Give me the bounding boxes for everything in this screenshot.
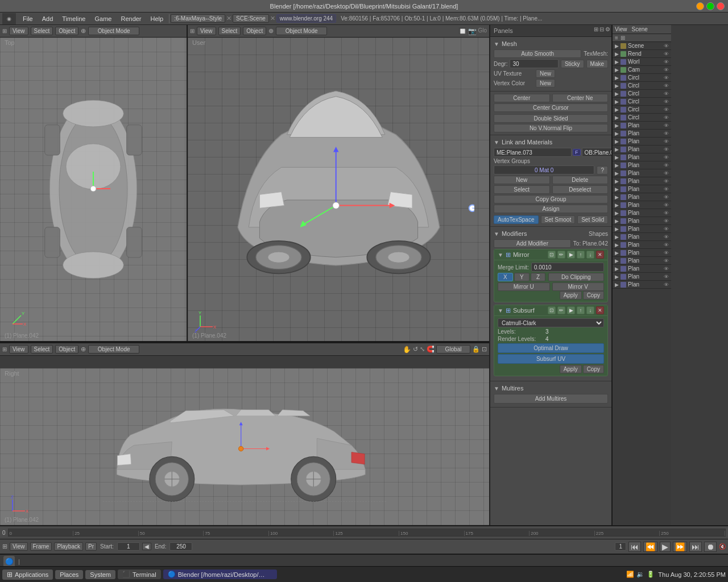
applications-menu[interactable]: ⊞ Applications — [2, 569, 53, 580]
audio-btn[interactable]: 🔇 — [719, 543, 726, 550]
item-vis-1[interactable]: 👁 — [664, 51, 669, 57]
item-vis-11[interactable]: 👁 — [664, 131, 669, 136]
scene-item-30[interactable]: ▶ Plan 👁 — [613, 281, 671, 289]
center-ne-btn[interactable]: Center Ne — [552, 94, 609, 102]
y-axis-btn[interactable]: Y — [514, 273, 530, 281]
right-object-btn[interactable]: Object — [55, 345, 78, 354]
mesh-section-title[interactable]: ▼ Mesh — [494, 39, 608, 49]
vertex-new-btn[interactable]: New — [536, 79, 555, 88]
mirror-expand-arrow[interactable]: ▼ — [498, 252, 503, 258]
pb-view-btn[interactable]: View — [10, 542, 28, 551]
top-viewport-grid[interactable] — [0, 38, 187, 341]
render-icon[interactable]: 🔲 — [458, 27, 467, 35]
sys-icon2[interactable]: 🔉 — [636, 571, 644, 578]
mirror-delete-icon[interactable]: ✕ — [596, 251, 604, 259]
scene-item-4[interactable]: ▶ Circl 👁 — [613, 74, 671, 82]
item-vis-29[interactable]: 👁 — [664, 274, 669, 280]
item-vis-22[interactable]: 👁 — [664, 218, 669, 224]
terminal-task[interactable]: ⬛ Terminal — [118, 569, 161, 579]
mirror-v-btn[interactable]: Mirror V — [552, 282, 605, 291]
item-vis-9[interactable]: 👁 — [664, 115, 669, 120]
subsurf-realtime-icon[interactable]: ▶ — [567, 306, 575, 314]
menu-help[interactable]: Help — [146, 14, 168, 23]
item-vis-18[interactable]: 👁 — [664, 186, 669, 192]
scene-item-19[interactable]: ▶ Plan 👁 — [613, 193, 671, 201]
start-input[interactable] — [117, 542, 140, 551]
mirror-edit-icon[interactable]: ✏ — [557, 251, 565, 259]
scene-item-27[interactable]: ▶ Plan 👁 — [613, 257, 671, 265]
me-plane-input[interactable] — [494, 148, 572, 157]
item-vis-15[interactable]: 👁 — [664, 163, 669, 168]
menu-render[interactable]: Render — [116, 14, 146, 23]
no-vnormal-btn[interactable]: No V.Normal Flip — [494, 124, 608, 132]
autotex-btn[interactable]: AutoTexSpace — [494, 215, 539, 224]
scene-item-12[interactable]: ▶ Plan 👁 — [613, 138, 671, 146]
user-object-btn[interactable]: Object — [243, 27, 266, 35]
maximize-btn[interactable] — [706, 2, 714, 10]
subsurf-edit-icon[interactable]: ✏ — [557, 306, 565, 314]
z-axis-btn[interactable]: Z — [531, 273, 546, 281]
sticky-btn[interactable]: Sticky — [561, 60, 584, 68]
mirror-realtime-icon[interactable]: ▶ — [567, 251, 575, 259]
scene-item-6[interactable]: ▶ Circl 👁 — [613, 90, 671, 98]
timeline-ruler[interactable]: 0 25 50 75 100 125 150 175 200 225 250 — [8, 529, 726, 537]
scene-preset-dropdown[interactable]: :6-MaxMaya--Style — [171, 14, 225, 23]
item-vis-10[interactable]: 👁 — [664, 123, 669, 128]
center-cursor-btn[interactable]: Center Cursor — [494, 103, 608, 112]
uv-new-btn[interactable]: New — [536, 69, 555, 78]
item-vis-8[interactable]: 👁 — [664, 107, 669, 113]
user-mode-dropdown[interactable]: Object Mode — [276, 27, 327, 35]
scene-item-16[interactable]: ▶ Plan 👁 — [613, 169, 671, 177]
play-btn[interactable]: ▶ — [660, 542, 671, 552]
modifiers-title[interactable]: ▼ Modifiers Shapes — [494, 229, 608, 239]
scene-item-13[interactable]: ▶ Plan 👁 — [613, 146, 671, 153]
prev-frame-btn[interactable]: ⏪ — [643, 542, 657, 552]
right-select-btn[interactable]: Select — [31, 345, 53, 354]
scale-icon[interactable]: ⤡ — [420, 346, 425, 353]
scene-item-26[interactable]: ▶ Plan 👁 — [613, 249, 671, 257]
right-view-btn[interactable]: View — [9, 345, 28, 354]
item-vis-7[interactable]: 👁 — [664, 99, 669, 105]
rotate-icon[interactable]: ↺ — [413, 346, 418, 353]
panel-icon2[interactable]: ⊟ — [599, 26, 604, 35]
scene-item-8[interactable]: ▶ Circl 👁 — [613, 106, 671, 114]
scene-item-9[interactable]: ▶ Circl 👁 — [613, 114, 671, 122]
right-mode-dropdown[interactable]: Object Mode — [88, 345, 139, 354]
ob-plane-input[interactable] — [582, 148, 612, 157]
assign-btn[interactable]: Assign — [494, 205, 608, 213]
set-solid-btn[interactable]: Set Solid — [577, 215, 608, 224]
item-vis-2[interactable]: 👁 — [664, 59, 669, 65]
scene-item-28[interactable]: ▶ Plan 👁 — [613, 265, 671, 273]
item-vis-13[interactable]: 👁 — [664, 147, 669, 152]
catmull-select[interactable]: Catmull-Clark — [498, 318, 604, 327]
deselect-btn[interactable]: Deselect — [552, 185, 609, 194]
scene-item-20[interactable]: ▶ Plan 👁 — [613, 201, 671, 209]
scene-item-17[interactable]: ▶ Plan 👁 — [613, 177, 671, 185]
make-btn[interactable]: Make — [586, 60, 608, 68]
right-viewport-content[interactable]: Right (1) Plane.042 Z X — [0, 356, 489, 525]
scene-item-22[interactable]: ▶ Plan 👁 — [613, 217, 671, 225]
subsurf-render-icon[interactable]: ⊡ — [548, 306, 556, 314]
scene-item-14[interactable]: ▶ Plan 👁 — [613, 153, 671, 161]
link-materials-title[interactable]: ▼ Link and Materials — [494, 138, 608, 148]
menu-game[interactable]: Game — [90, 14, 116, 23]
top-object-btn[interactable]: Object — [55, 27, 78, 35]
mirror-apply-btn[interactable]: Apply — [560, 291, 582, 300]
next-frame-btn[interactable]: ⏩ — [673, 542, 687, 552]
sys-icon3[interactable]: 🔋 — [647, 571, 655, 578]
subsurf-apply-btn[interactable]: Apply — [560, 365, 582, 373]
menu-timeline[interactable]: Timeline — [57, 14, 90, 23]
jump-start-btn[interactable]: ⏮ — [628, 542, 641, 552]
blender-icon[interactable]: 🔵 — [3, 556, 15, 567]
pb-playback-btn[interactable]: Playback — [54, 542, 83, 551]
optimal-draw-btn[interactable]: Optimal Draw — [498, 343, 604, 353]
degr-input[interactable] — [510, 59, 558, 68]
new-btn3[interactable]: New — [494, 176, 550, 184]
subsurf-copy-btn[interactable]: Copy — [583, 365, 604, 373]
menu-file[interactable]: File — [18, 14, 38, 23]
item-vis-12[interactable]: 👁 — [664, 139, 669, 144]
scene-view-btn[interactable]: View — [613, 25, 630, 34]
sys-icon1[interactable]: 📶 — [626, 571, 634, 578]
global-dropdown[interactable]: Global — [436, 345, 470, 354]
scene-item-25[interactable]: ▶ Plan 👁 — [613, 241, 671, 249]
